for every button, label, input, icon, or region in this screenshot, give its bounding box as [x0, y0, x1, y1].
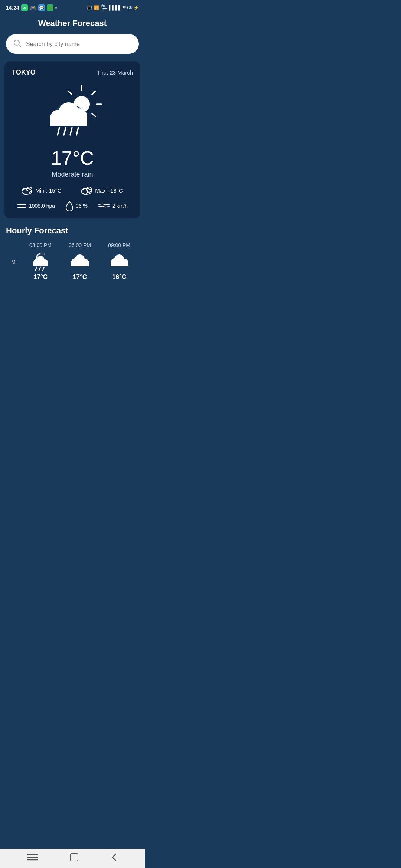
svg-line-34	[43, 267, 44, 270]
max-temp-text: Max : 18°C	[95, 187, 123, 194]
status-right: 📳 📶 VoLTE ▌▌▌▌ 99% ⚡	[87, 4, 139, 12]
card-header: TOKYO Thu, 23 March	[12, 69, 133, 76]
hourly-item-2: 09:00 PM 16°C	[100, 242, 139, 281]
max-temp-item: Max : 18°C	[82, 186, 123, 195]
svg-rect-31	[33, 262, 48, 266]
status-dot: •	[55, 5, 57, 11]
hourly-icon-cloudy-1	[107, 251, 131, 270]
wind-text: 2 km/h	[112, 203, 128, 209]
volte-icon: VoLTE	[101, 4, 107, 12]
condition-text: Moderate rain	[12, 171, 133, 178]
search-box[interactable]	[6, 34, 139, 54]
charging-icon: ⚡	[133, 5, 139, 10]
wifi-icon: 📶	[94, 5, 99, 10]
hourly-section: Hourly Forecast M 03:00 PM	[0, 226, 145, 288]
svg-line-14	[64, 128, 66, 135]
vibrate-icon: 📳	[87, 5, 92, 10]
hourly-time-1: 06:00 PM	[69, 242, 91, 248]
hourly-item-0: 03:00 PM 17°C	[21, 242, 60, 281]
stats-row: 1008.0 hpa 96 % 2 km/h	[12, 201, 133, 211]
min-temp-item: Min : 15°C	[22, 186, 61, 195]
hourly-temp-2: 16°C	[112, 273, 126, 281]
svg-line-5	[92, 114, 95, 116]
hourly-icon-rainy-night	[29, 251, 52, 270]
svg-rect-42	[111, 261, 128, 266]
pressure-stat: 1008.0 hpa	[17, 203, 55, 209]
hourly-temp-0: 17°C	[33, 273, 48, 281]
hourly-item-1: 06:00 PM 17°C	[60, 242, 100, 281]
status-time: 14:24	[6, 5, 19, 11]
svg-rect-12	[50, 116, 87, 126]
hourly-time-0: 03:00 PM	[29, 242, 52, 248]
wind-stat: 2 km/h	[98, 201, 128, 210]
hourly-temp-1: 17°C	[73, 273, 87, 281]
svg-rect-38	[71, 261, 89, 266]
svg-line-32	[35, 267, 37, 270]
main-weather-icon	[12, 80, 133, 145]
temperature-display: 17°C	[12, 147, 133, 169]
humidity-stat: 96 %	[65, 201, 88, 211]
search-input[interactable]	[26, 41, 131, 47]
search-container	[6, 34, 139, 54]
svg-line-16	[76, 128, 78, 135]
status-bar: 14:24 ✉ 🎮 💬 🌿 • 📳 📶 VoLTE ▌▌▌▌ 99% ⚡	[0, 0, 145, 14]
svg-line-33	[39, 267, 40, 270]
app-icon-messages: ✉	[21, 4, 28, 11]
city-name: TOKYO	[12, 69, 36, 76]
hourly-m-label: M	[6, 242, 21, 281]
svg-line-15	[70, 128, 72, 135]
app-title: Weather Forecast	[0, 14, 145, 34]
signal-icon: ▌▌▌▌	[109, 5, 121, 10]
search-icon	[13, 39, 22, 49]
svg-line-13	[58, 128, 59, 135]
status-left: 14:24 ✉ 🎮 💬 🌿 •	[6, 4, 57, 11]
app-icon-chat: 💬	[38, 4, 45, 11]
svg-line-1	[19, 45, 21, 47]
app-icon-other: 🌿	[47, 4, 53, 11]
min-max-row: Min : 15°C Max : 18°C	[12, 186, 133, 195]
hourly-title: Hourly Forecast	[6, 226, 139, 236]
humidity-text: 96 %	[76, 203, 88, 209]
min-temp-text: Min : 15°C	[35, 187, 61, 194]
app-icon-game: 🎮	[30, 4, 36, 11]
battery-text: 99%	[123, 5, 132, 10]
svg-point-27	[44, 254, 45, 255]
hourly-icon-cloudy-0	[68, 251, 92, 270]
hourly-time-2: 09:00 PM	[108, 242, 130, 248]
svg-line-3	[92, 91, 95, 94]
weather-card: TOKYO Thu, 23 March 17°C Moderate r	[4, 61, 140, 218]
date-text: Thu, 23 March	[97, 69, 133, 76]
hourly-row: M 03:00 PM 17°C 06:	[6, 242, 139, 281]
svg-line-6	[68, 91, 72, 94]
pressure-text: 1008.0 hpa	[29, 203, 55, 209]
